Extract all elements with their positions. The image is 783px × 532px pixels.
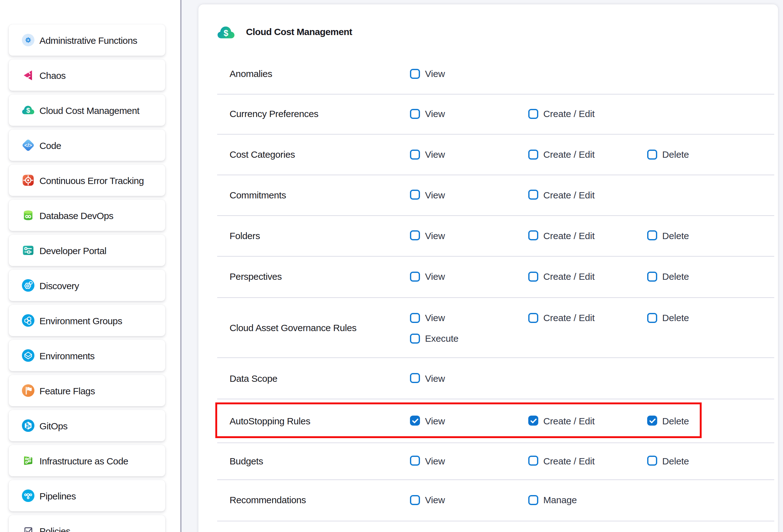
svg-text:$: $ — [224, 29, 228, 38]
svg-text:</>: </> — [24, 143, 32, 148]
svg-text:$: $ — [26, 106, 30, 114]
